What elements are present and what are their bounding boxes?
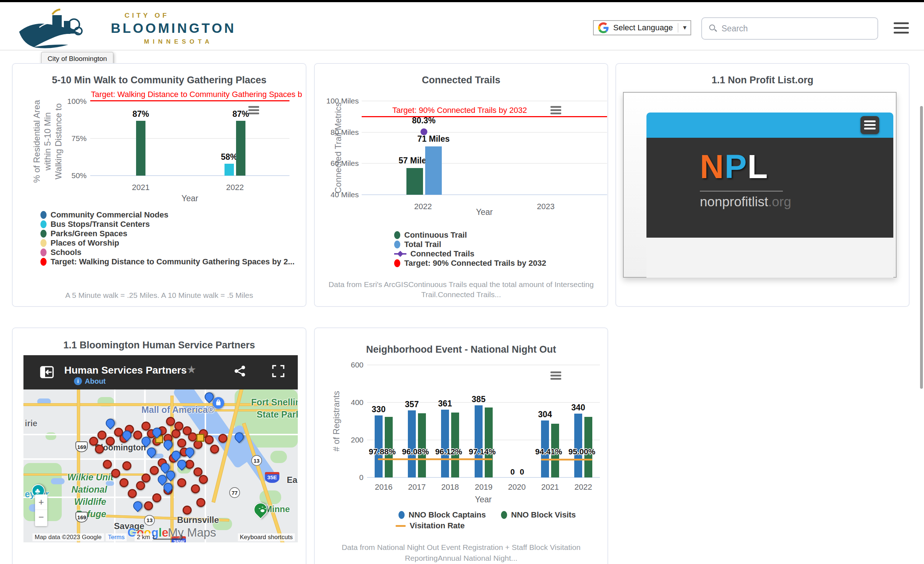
legend-marker	[396, 525, 406, 527]
zoom-in-button[interactable]: +	[35, 494, 47, 510]
map-embed-title[interactable]: Human Services Partners	[64, 365, 187, 376]
map-marker-red[interactable]	[111, 469, 120, 478]
map-marker-red[interactable]	[210, 444, 219, 454]
x-axis-label-trails: Year	[448, 207, 520, 217]
menu-hamburger[interactable]	[894, 22, 909, 34]
legend-label: Schools	[51, 248, 82, 257]
fullscreen-icon[interactable]	[272, 365, 285, 378]
search-input[interactable]	[722, 24, 859, 33]
legend-item[interactable]: NNO Block Visits	[501, 510, 576, 520]
legend-item[interactable]: Community Commercial Nodes	[40, 210, 168, 220]
chart-menu-icon[interactable]	[550, 106, 561, 116]
map-marker-red[interactable]	[150, 466, 159, 475]
zoom-out-button[interactable]: −	[35, 510, 47, 525]
npl-banner	[646, 112, 893, 138]
map-marker-red[interactable]	[205, 435, 214, 444]
map-marker-red[interactable]	[185, 460, 194, 469]
bar-captains-2017[interactable]	[408, 410, 416, 477]
map-marker-red[interactable]	[174, 422, 183, 431]
map-marker-red[interactable]	[128, 489, 137, 498]
legend-item[interactable]: Continuous Trail	[394, 230, 467, 240]
keyboard-shortcuts-button[interactable]: Keyboard shortcuts	[238, 533, 295, 541]
bar-captains-2022[interactable]	[574, 414, 582, 477]
language-divider	[678, 23, 678, 33]
map-marker-red[interactable]	[196, 498, 206, 507]
map-marker-red[interactable]	[188, 432, 197, 441]
legend-item[interactable]: Total Trail	[394, 240, 441, 249]
bar-2022[interactable]	[225, 164, 234, 176]
npl-menu-button[interactable]	[861, 116, 879, 134]
bar-2022[interactable]	[236, 121, 245, 176]
legend-item[interactable]: Connected Trails	[394, 249, 474, 259]
map-marker-red[interactable]	[177, 438, 186, 447]
info-icon: i	[74, 377, 82, 385]
map-marker-red[interactable]	[103, 460, 112, 469]
map-marker-red[interactable]	[171, 429, 180, 438]
city-logo[interactable]: CITY OF BLOOMINGTON MINNESOTA	[18, 7, 220, 50]
legend-item[interactable]: Places of Worship	[40, 238, 119, 248]
language-label: Select Language	[613, 23, 673, 33]
chart-menu-icon[interactable]	[550, 371, 561, 381]
bar-total-trail[interactable]	[425, 147, 442, 195]
page-scrollbar[interactable]	[920, 106, 923, 389]
bar-value-label: 71 Miles	[417, 134, 450, 144]
map-marker-yellow[interactable]	[196, 434, 204, 442]
legend-label: Places of Worship	[51, 238, 119, 248]
legend-item[interactable]: NNO Block Captains	[399, 510, 486, 520]
search-box[interactable]	[701, 17, 878, 40]
legend-item[interactable]: Target: 90% Connected Trails by 2032	[394, 259, 546, 268]
map-marker-red[interactable]	[120, 478, 129, 487]
legend-label: Target: Walking Distance to Community Ga…	[51, 257, 294, 266]
legend-item[interactable]: Target: Walking Distance to Community Ga…	[40, 257, 294, 266]
legend-label: Parks/Green Spaces	[51, 229, 128, 238]
legend-marker	[40, 258, 46, 266]
legend-item[interactable]: Parks/Green Spaces	[40, 229, 128, 238]
bar-visits-2018[interactable]	[451, 413, 459, 477]
map-about-link[interactable]: About	[85, 377, 106, 386]
map-terms-link[interactable]: Terms	[106, 533, 127, 541]
bar-captains-2019[interactable]	[475, 405, 483, 477]
legend-item[interactable]: Bus Stops/Transit Centers	[40, 220, 150, 229]
google-translate-widget[interactable]: Select Language ▼	[593, 20, 691, 35]
bar-continuous-trail[interactable]	[406, 168, 423, 195]
bar-captains-2016[interactable]	[375, 416, 382, 477]
map-marker-red[interactable]	[122, 461, 131, 470]
bar-visits-2019[interactable]	[485, 407, 493, 477]
bar-value-label: 304	[538, 410, 552, 419]
open-map-icon[interactable]	[39, 364, 55, 380]
map-marker-red[interactable]	[199, 475, 208, 484]
bar-2021[interactable]	[136, 121, 146, 176]
legend-item[interactable]: Schools	[40, 248, 82, 257]
map-marker-red[interactable]	[177, 478, 186, 487]
google-g-icon	[598, 22, 609, 33]
x-tick-label: 2021	[132, 183, 150, 192]
map-zoom-control: +−	[35, 494, 47, 526]
language-dropdown-arrow[interactable]: ▼	[682, 24, 688, 31]
map-marker-red[interactable]	[98, 431, 106, 440]
chart-title-trails: Connected Trails	[315, 75, 608, 86]
map-marker-red[interactable]	[152, 493, 161, 502]
gridline	[367, 440, 600, 440]
x-axis-label-nno: Year	[447, 495, 519, 504]
bar-captains-2018[interactable]	[441, 410, 449, 477]
map-marker-red[interactable]	[136, 481, 145, 490]
map-marker-red[interactable]	[133, 431, 142, 440]
bar-value-label: 87%	[232, 109, 249, 119]
logo-bloomington: BLOOMINGTON	[111, 21, 236, 36]
chart-menu-icon[interactable]	[248, 106, 259, 116]
mall-of-america-badge[interactable]	[213, 397, 224, 408]
legend-item[interactable]: Visitation Rate	[396, 521, 465, 531]
share-icon[interactable]	[234, 365, 246, 378]
map-marker-red[interactable]	[183, 506, 192, 515]
route-shield-169: 169	[75, 441, 88, 452]
map-marker-red[interactable]	[144, 501, 153, 510]
map-marker-red[interactable]	[191, 484, 200, 493]
map-marker-red[interactable]	[141, 473, 150, 483]
map-marker-red[interactable]	[218, 434, 227, 443]
bar-visits-2017[interactable]	[418, 413, 426, 477]
map-marker-pin[interactable]	[131, 499, 144, 512]
star-icon[interactable]: ★	[187, 363, 196, 376]
map-canvas[interactable]: Mall of America®Fort SnellingState Parki…	[24, 389, 298, 542]
npl-embed-frame[interactable]: NPL nonprofitlist.org	[623, 92, 897, 278]
map-marker-red[interactable]	[95, 444, 104, 454]
